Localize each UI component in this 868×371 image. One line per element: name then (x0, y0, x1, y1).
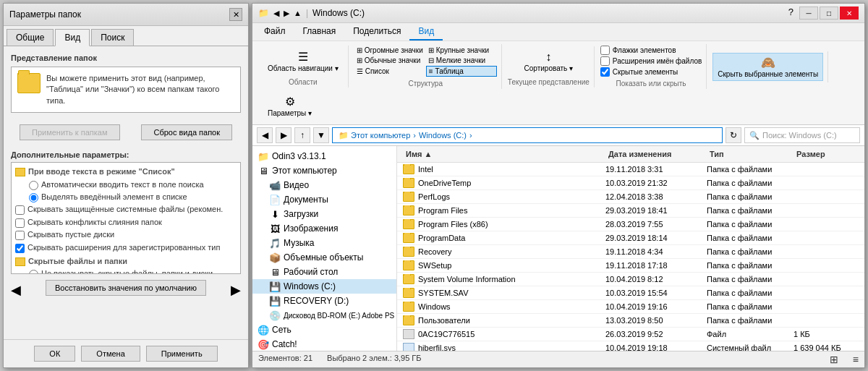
dialog-tabs: Общие Вид Поиск (4, 26, 248, 46)
folder-options-dialog: Параметры папок ✕ Общие Вид Поиск Предст… (3, 3, 249, 368)
table-row[interactable]: Intel 19.11.2018 3:31 Папка с файлами (397, 163, 864, 176)
view-option-small[interactable]: ⊟ Мелкие значки (426, 56, 497, 65)
setting-radio-select-typed[interactable]: Выделять введённый элемент в списке (13, 191, 239, 203)
sidebar-item-video[interactable]: 📹 Видео (252, 178, 396, 192)
restore-defaults-button[interactable]: Восстановить значения по умолчанию (46, 280, 206, 296)
sidebar-item-recovery-d[interactable]: 💾 RECOVERY (D:) (252, 294, 396, 308)
view-list-toggle[interactable]: ≡ (853, 354, 859, 365)
tab-search[interactable]: Поиск (91, 29, 134, 46)
table-row[interactable]: SWSetup 19.11.2018 17:18 Папка с файлами (397, 259, 864, 273)
table-row[interactable]: hiberfil.sys 10.04.2019 19:18 Системный … (397, 341, 864, 351)
view-option-medium[interactable]: ⊞ Обычные значки (354, 56, 425, 65)
setting-checkbox-hide-protected[interactable]: Скрывать защищённые системные файлы (рек… (13, 203, 239, 216)
show-hide-item-extensions[interactable]: Расширения имён файлов (600, 56, 702, 66)
file-date: 19.11.2018 17:18 (605, 261, 707, 270)
apply-to-folders-button[interactable]: Применить к папкам (20, 124, 120, 140)
close-button[interactable]: ✕ (840, 7, 859, 20)
setting-radio-auto-search[interactable]: Автоматически вводить текст в поле поиск… (13, 179, 239, 191)
setting-folder-icon (15, 168, 25, 176)
sidebar-item-this-computer[interactable]: 🖥 Этот компьютер (252, 163, 396, 178)
window-controls: ? ─ □ ✕ (788, 7, 859, 20)
show-hide-item-hidden[interactable]: Скрытые элементы (600, 67, 702, 77)
sidebar-item-images[interactable]: 🖼 Изображения (252, 221, 396, 236)
ribbon-tab-view[interactable]: Вид (409, 23, 443, 40)
file-icon (403, 233, 414, 243)
table-row[interactable]: OneDriveTemp 10.03.2019 21:32 Папка с фа… (397, 176, 864, 190)
col-name[interactable]: Имя ▲ (403, 148, 605, 160)
video-icon: 📹 (270, 180, 280, 190)
recent-button[interactable]: ▼ (313, 127, 329, 143)
up-button[interactable]: ↑ (294, 127, 310, 143)
sidebar-item-3d[interactable]: 📦 Объемные объекты (252, 250, 396, 265)
apply-button[interactable]: Применить (146, 346, 218, 362)
sidebar-item-music[interactable]: 🎵 Музыка (252, 236, 396, 250)
docs-icon: 📄 (270, 195, 280, 205)
view-option-huge[interactable]: ⊞ Огромные значки (354, 46, 425, 55)
view-opt-icon: ☰ (357, 67, 363, 75)
minimize-button[interactable]: ─ (799, 7, 818, 20)
search-box[interactable]: 🔍 Поиск: Windows (C:) (744, 127, 860, 143)
hide-selected-button[interactable]: 🙈 Скрыть выбранные элементы (712, 53, 823, 81)
sidebar-item-documents[interactable]: 📄 Документы (252, 192, 396, 207)
tab-general[interactable]: Общие (7, 29, 54, 46)
table-row[interactable]: SYSTEM.SAV 10.03.2019 15:54 Папка с файл… (397, 286, 864, 300)
parameters-button[interactable]: ⚙ Параметры ▾ (263, 92, 317, 120)
sidebar-item-downloads[interactable]: ⬇ Загрузки (252, 207, 396, 221)
maximize-button[interactable]: □ (820, 7, 838, 20)
file-icon (403, 247, 414, 257)
sidebar-item-windows-c[interactable]: 💾 Windows (C:) (252, 279, 396, 294)
refresh-button[interactable]: ↻ (726, 127, 741, 143)
cancel-button[interactable]: Отмена (81, 346, 140, 362)
table-row[interactable]: 0AC19C776515 26.03.2019 9:52 Файл 1 КБ (397, 328, 864, 341)
address-path[interactable]: 📁 Этот компьютер › Windows (C:) › (332, 127, 723, 143)
file-icon (403, 205, 414, 216)
file-name-cell: SWSetup (403, 260, 605, 270)
table-row[interactable]: ProgramData 29.03.2019 18:14 Папка с фай… (397, 231, 864, 245)
col-size[interactable]: Размер (793, 148, 859, 160)
setting-checkbox-hide-extensions[interactable]: Скрывать расширения для зарегистрированн… (13, 242, 239, 254)
view-option-list[interactable]: ☰ Список (354, 66, 425, 77)
ribbon-tab-file[interactable]: Файл (255, 23, 294, 40)
view-option-large[interactable]: ⊞ Крупные значки (426, 46, 497, 55)
structure-label: Структура (409, 80, 443, 88)
show-hide-item-flags[interactable]: Флажки элементов (600, 46, 702, 55)
dialog-close-button[interactable]: ✕ (229, 8, 242, 21)
tab-view[interactable]: Вид (55, 29, 90, 46)
nav-pane-button[interactable]: ☰ Область навигации ▾ (263, 47, 344, 75)
ribbon-tab-share[interactable]: Поделиться (344, 23, 409, 40)
back-button[interactable]: ◀ (257, 127, 273, 143)
file-date: 26.03.2019 9:52 (605, 330, 707, 338)
table-row[interactable]: Program Files (x86) 28.03.2019 7:55 Папк… (397, 218, 864, 231)
table-row[interactable]: Program Files 29.03.2019 18:41 Папка с ф… (397, 204, 864, 218)
file-size: 1 639 044 КБ (793, 344, 859, 351)
table-row[interactable]: System Volume Information 10.04.2019 8:1… (397, 273, 864, 286)
file-type: Папка с файлами (707, 316, 793, 325)
sidebar-item-catch[interactable]: 🎯 Catch! (252, 337, 396, 351)
table-row[interactable]: PerfLogs 12.04.2018 3:38 Папка с файлами (397, 190, 864, 204)
setting-checkbox-hide-merge-conflicts[interactable]: Скрывать конфликты слияния папок (13, 216, 239, 229)
sidebar-item-desktop[interactable]: 🖥 Рабочий стол (252, 265, 396, 279)
reset-view-button[interactable]: Сброс вида папок (141, 124, 232, 140)
sidebar-item-odin[interactable]: 📁 Odin3 v3.13.1 (252, 149, 396, 163)
nav-pane-icon: ☰ (298, 50, 308, 64)
quick-access-forward: ▶ (284, 9, 289, 18)
forward-button[interactable]: ▶ (276, 127, 292, 143)
table-row[interactable]: Пользователи 13.03.2019 8:50 Папка с фай… (397, 314, 864, 328)
setting-checkbox-hide-empty-drives[interactable]: Скрывать пустые диски (13, 229, 239, 241)
view-option-details[interactable]: ≡ Таблица (426, 66, 497, 77)
view-icons-toggle[interactable]: ⊞ (830, 354, 838, 365)
table-row[interactable]: Windows 10.04.2019 19:16 Папка с файлами (397, 300, 864, 314)
setting-radio-dont-show-hidden[interactable]: Не показывать скрытые файлы, папки и дис… (13, 268, 239, 274)
sidebar-item-network[interactable]: 🌐 Сеть (252, 323, 396, 337)
ok-button[interactable]: ОК (34, 346, 75, 362)
col-type[interactable]: Тип (707, 148, 793, 160)
sidebar-item-dvd[interactable]: 💿 Дисковод BD-ROM (E:) Adobe PS CC 2017 (252, 308, 396, 323)
table-row[interactable]: Recovery 19.11.2018 4:34 Папка с файлами (397, 245, 864, 259)
computer-icon: 🖥 (258, 166, 268, 176)
file-name-cell: ProgramData (403, 233, 605, 243)
ribbon-tab-home[interactable]: Главная (294, 23, 345, 40)
file-type: Папка с файлами (707, 275, 793, 283)
col-date[interactable]: Дата изменения (605, 148, 707, 160)
images-icon: 🖼 (270, 223, 280, 234)
sort-button[interactable]: ↕ Сортировать ▾ (519, 48, 579, 75)
